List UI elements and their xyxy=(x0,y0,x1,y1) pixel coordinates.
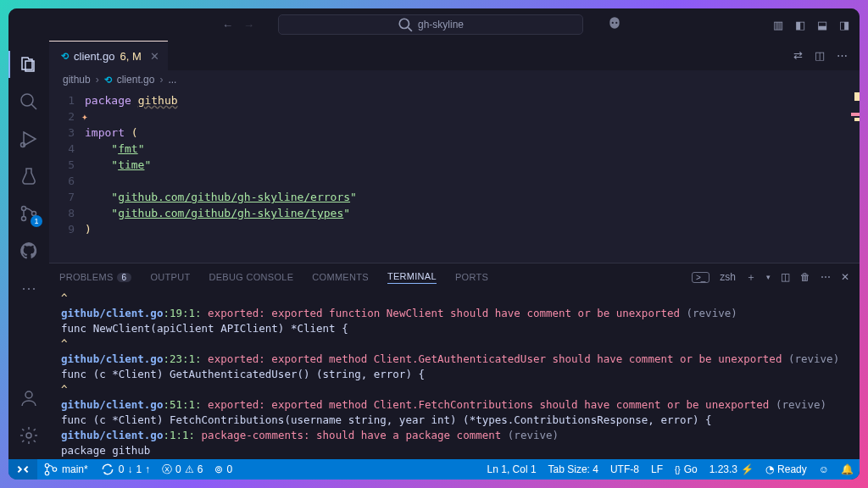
close-icon[interactable]: ✕ xyxy=(150,50,159,63)
search-icon xyxy=(398,17,413,32)
go-file-icon: ⟲ xyxy=(61,51,69,62)
broadcast-icon: ⊚ xyxy=(214,463,223,475)
terminal-dropdown-icon[interactable]: ▾ xyxy=(766,273,771,281)
tab-comments[interactable]: COMMENTS xyxy=(312,272,369,282)
editor-group: ⟲ client.go 6, M ✕ ⇄ ◫ ⋯ github › ⟲ clie… xyxy=(49,41,860,459)
panel-more-icon[interactable]: ⋯ xyxy=(821,271,831,283)
search-text: gh-skyline xyxy=(418,19,464,30)
encoding[interactable]: UTF-8 xyxy=(604,459,645,480)
language-mode[interactable]: {} Go xyxy=(669,459,704,480)
bc-file: client.go xyxy=(117,74,155,86)
svg-line-5 xyxy=(31,104,36,109)
cursor-position[interactable]: Ln 1, Col 1 xyxy=(481,459,542,480)
search-icon[interactable] xyxy=(8,85,49,119)
svg-point-13 xyxy=(45,471,49,475)
svg-point-6 xyxy=(21,143,25,147)
activity-bar: 1 ⋯ xyxy=(8,41,49,459)
eol[interactable]: LF xyxy=(645,459,669,480)
svg-point-2 xyxy=(612,21,614,23)
scm-badge: 1 xyxy=(31,215,42,227)
code-editor[interactable]: 123 456 789 package github ✦ import ( "f… xyxy=(49,89,860,263)
bc-more: ... xyxy=(168,74,176,86)
remote-icon[interactable] xyxy=(8,459,37,480)
tab-size[interactable]: Tab Size: 4 xyxy=(542,459,604,480)
svg-line-1 xyxy=(408,27,412,31)
settings-gear-icon[interactable] xyxy=(8,419,49,452)
panel-bottom-icon[interactable]: ⬓ xyxy=(817,19,827,31)
command-center[interactable]: gh-skyline xyxy=(278,14,583,35)
status-bar: main* 0↓ 1↑ ⓧ0 ⚠6 ⊚0 Ln 1, Col 1 Tab Siz… xyxy=(8,459,860,480)
compare-icon[interactable]: ⇄ xyxy=(793,49,803,62)
svg-point-11 xyxy=(26,433,31,438)
split-terminal-icon[interactable]: ◫ xyxy=(781,271,790,283)
terminal-shell-icon[interactable]: >_ xyxy=(692,272,709,283)
svg-point-14 xyxy=(53,468,57,472)
nav-arrows: ← → xyxy=(222,19,254,31)
git-branch[interactable]: main* xyxy=(37,459,94,480)
bc-folder: github xyxy=(63,74,91,86)
panel: PROBLEMS6 OUTPUT DEBUG CONSOLE COMMENTS … xyxy=(49,263,860,459)
panel-close-icon[interactable]: ✕ xyxy=(841,271,849,283)
svg-point-7 xyxy=(22,207,26,211)
vscode-window: ← → gh-skyline ▥ ◧ ⬓ ◨ 1 ⋯ xyxy=(8,8,860,480)
panel-tabs: PROBLEMS6 OUTPUT DEBUG CONSOLE COMMENTS … xyxy=(49,263,860,291)
terminal-output[interactable]: ^ github/client.go:19:1: exported: expor… xyxy=(49,291,860,459)
tab-problems[interactable]: PROBLEMS6 xyxy=(59,272,131,282)
svg-point-4 xyxy=(21,94,33,106)
panel-right-icon[interactable]: ◨ xyxy=(839,19,849,31)
code-content: package github ✦ import ( "fmt" "time" "… xyxy=(85,89,357,263)
bolt-icon: ⚡ xyxy=(741,463,754,475)
copilot-icon[interactable] xyxy=(607,16,622,34)
accounts-icon[interactable] xyxy=(8,381,49,415)
svg-point-0 xyxy=(399,19,409,28)
tab-output[interactable]: OUTPUT xyxy=(150,272,190,282)
bell-icon[interactable]: 🔔 xyxy=(835,459,860,480)
tab-debug-console[interactable]: DEBUG CONSOLE xyxy=(209,272,293,282)
svg-point-10 xyxy=(25,391,32,398)
tab-terminal[interactable]: TERMINAL xyxy=(387,271,437,284)
go-version[interactable]: 1.23.3 ⚡ xyxy=(704,459,760,480)
trash-icon[interactable]: 🗑 xyxy=(800,271,810,283)
split-editor-icon[interactable]: ◫ xyxy=(815,49,825,62)
chevron-right-icon: › xyxy=(159,74,163,86)
panel-left-icon[interactable]: ◧ xyxy=(795,19,805,31)
more-icon[interactable]: ⋯ xyxy=(8,271,49,305)
sparkle-icon[interactable]: ✦ xyxy=(81,110,88,123)
titlebar: ← → gh-skyline ▥ ◧ ⬓ ◨ xyxy=(8,8,860,41)
shell-name[interactable]: zsh xyxy=(720,271,736,283)
svg-point-3 xyxy=(615,21,617,23)
new-terminal-icon[interactable]: ＋ xyxy=(746,270,756,285)
breadcrumb[interactable]: github › ⟲ client.go › ... xyxy=(49,70,860,89)
layout-customize-icon[interactable]: ▥ xyxy=(773,19,783,31)
svg-point-12 xyxy=(45,463,49,468)
go-file-icon: ⟲ xyxy=(104,75,112,86)
tab-filename: client.go xyxy=(74,50,114,63)
minimap[interactable] xyxy=(848,89,860,263)
line-gutter: 123 456 789 xyxy=(49,89,85,263)
more-actions-icon[interactable]: ⋯ xyxy=(837,49,848,62)
copilot-status[interactable]: ◔ Ready xyxy=(760,459,813,480)
run-debug-icon[interactable] xyxy=(8,122,49,156)
tab-client-go[interactable]: ⟲ client.go 6, M ✕ xyxy=(49,41,168,70)
status-ports[interactable]: ⊚0 xyxy=(209,459,238,480)
nav-back-icon[interactable]: ← xyxy=(222,19,233,31)
chevron-right-icon: › xyxy=(96,74,99,86)
testing-icon[interactable] xyxy=(8,159,49,193)
explorer-icon[interactable] xyxy=(8,47,49,81)
tab-bar: ⟲ client.go 6, M ✕ ⇄ ◫ ⋯ xyxy=(49,41,860,70)
copilot-face-icon[interactable]: ☺ xyxy=(813,459,835,480)
nav-forward-icon[interactable]: → xyxy=(243,19,254,31)
svg-point-8 xyxy=(22,217,26,221)
tab-ports[interactable]: PORTS xyxy=(455,272,488,282)
copilot-icon: ◔ xyxy=(765,463,774,475)
tab-modifier: 6, M xyxy=(120,50,141,63)
source-control-icon[interactable]: 1 xyxy=(8,197,49,230)
github-icon[interactable] xyxy=(8,234,49,268)
status-problems[interactable]: ⓧ0 ⚠6 xyxy=(156,459,209,480)
git-sync[interactable]: 0↓ 1↑ xyxy=(94,459,156,480)
